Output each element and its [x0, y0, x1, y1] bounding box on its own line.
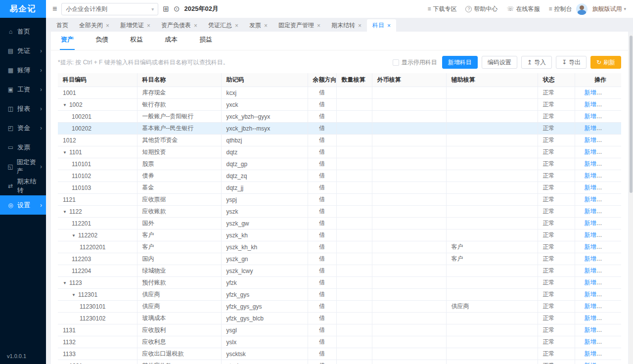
table-row[interactable]: 1001库存现金kcxj借正常新增编辑 — [58, 87, 621, 99]
edit-link[interactable]: 编辑 — [601, 125, 613, 132]
delete-link[interactable]: 删除 — [617, 255, 622, 262]
topbar-link-online-service[interactable]: ☏在线客服 — [506, 5, 540, 13]
table-row[interactable]: 112201国外yszk_gw借正常新增编辑删除 — [58, 218, 621, 229]
edit-link[interactable]: 编辑 — [601, 89, 613, 96]
edit-link[interactable]: 编辑 — [601, 267, 613, 274]
add-account-set-icon[interactable]: ⊞ — [163, 4, 169, 13]
vertical-scrollbar[interactable] — [629, 35, 633, 364]
table-row[interactable]: 1132应收利息yslx借正常新增编辑 — [58, 336, 621, 348]
add-child-link[interactable]: 新增 — [585, 125, 596, 132]
table-row[interactable]: 110101股票dqtz_gp借正常新增编辑 — [58, 158, 621, 170]
add-child-link[interactable]: 新增 — [585, 350, 596, 357]
delete-link[interactable]: 删除 — [617, 243, 622, 250]
edit-link[interactable]: 编辑 — [601, 243, 613, 250]
show-disabled-checkbox[interactable]: 显示停用科目 — [393, 58, 437, 67]
table-row[interactable]: 112204绿城物业yszk_lcwy借正常新增编辑删除 — [58, 265, 621, 277]
table-row[interactable]: 11230102玻璃成本yfzk_gys_blcb借正常新增编辑删除 — [58, 313, 621, 324]
sidebar-item-voucher[interactable]: ▤凭证› — [0, 41, 46, 60]
avatar[interactable] — [576, 3, 588, 15]
edit-link[interactable]: 编辑 — [601, 136, 613, 143]
subtab-profit-loss[interactable]: 损益 — [198, 35, 213, 50]
table-row[interactable]: ▼1123预付账款yfzk借正常新增编辑 — [58, 277, 621, 289]
table-row[interactable]: 11220201客户yszk_kh_kh借客户正常新增编辑删除 — [58, 241, 621, 253]
delete-link[interactable]: 删除 — [617, 291, 622, 298]
close-tab-icon[interactable]: × — [358, 23, 362, 29]
caret-down-icon[interactable]: ▼ — [63, 210, 67, 214]
topbar-link-help-center[interactable]: ?帮助中心 — [465, 5, 497, 13]
add-child-link[interactable]: 新增 — [585, 113, 596, 120]
delete-link[interactable]: 删除 — [617, 125, 622, 132]
collapse-menu-icon[interactable]: ≡ — [52, 4, 57, 13]
tab-close-all[interactable]: 全部关闭× — [74, 19, 115, 32]
add-child-link[interactable]: 新增 — [585, 243, 596, 250]
table-row[interactable]: ▼1002银行存款yxck借正常新增编辑 — [58, 99, 621, 111]
tab-subjects[interactable]: 科目× — [367, 19, 396, 32]
tab-voucher-summary[interactable]: 凭证汇总× — [203, 19, 244, 32]
tab-fixed-assets-mgmt[interactable]: 固定资产管理× — [273, 19, 326, 32]
tab-period-end-carryover[interactable]: 期末结转× — [326, 19, 367, 32]
table-row[interactable]: 11230101供应商yfzk_gys_gys借供应商正常新增编辑删除 — [58, 301, 621, 313]
edit-link[interactable]: 编辑 — [601, 184, 613, 191]
topbar-link-console[interactable]: ≡控制台 — [548, 5, 572, 13]
add-child-link[interactable]: 新增 — [585, 148, 596, 155]
current-period[interactable]: 2025年02月 — [184, 4, 219, 13]
sidebar-item-salary[interactable]: ▣工资› — [0, 80, 46, 99]
caret-down-icon[interactable]: ▼ — [72, 293, 76, 297]
table-row[interactable]: 100202基本账户--民生银行yxck_jbzh--msyx借正常新增编辑删除 — [58, 123, 621, 135]
period-target-icon[interactable]: ⊙ — [174, 4, 180, 13]
tab-new-voucher[interactable]: 新增凭证× — [115, 19, 156, 32]
add-child-link[interactable]: 新增 — [585, 279, 596, 286]
caret-down-icon[interactable]: ▼ — [72, 233, 76, 238]
edit-link[interactable]: 编辑 — [601, 362, 613, 364]
edit-link[interactable]: 编辑 — [601, 255, 613, 262]
table-row[interactable]: ▼1122应收账款yszk借正常新增编辑 — [58, 206, 621, 218]
table-row[interactable]: 1121应收票据yspj借正常新增编辑 — [58, 194, 621, 206]
edit-link[interactable]: 编辑 — [601, 326, 613, 333]
table-row[interactable]: ▼112202客户yszk_kh借正常新增编辑删除 — [58, 229, 621, 241]
table-row[interactable]: 1131应收股利ysgl借正常新增编辑 — [58, 324, 621, 336]
export-button[interactable]: ↧ 导出 — [556, 56, 587, 69]
delete-link[interactable]: 删除 — [617, 220, 622, 227]
add-child-link[interactable]: 新增 — [585, 315, 596, 321]
add-child-link[interactable]: 新增 — [585, 136, 596, 143]
delete-link[interactable]: 删除 — [617, 113, 622, 120]
caret-down-icon[interactable]: ▼ — [63, 281, 67, 285]
edit-link[interactable]: 编辑 — [601, 160, 613, 167]
add-child-link[interactable]: 新增 — [585, 231, 596, 238]
close-tab-icon[interactable]: × — [194, 23, 197, 29]
add-child-link[interactable]: 新增 — [585, 338, 596, 345]
tab-invoice[interactable]: 发票× — [244, 19, 273, 32]
close-tab-icon[interactable]: × — [147, 23, 150, 29]
edit-link[interactable]: 编辑 — [601, 148, 613, 155]
close-tab-icon[interactable]: × — [235, 23, 238, 29]
add-subject-button[interactable]: 新增科目 — [442, 56, 478, 69]
sidebar-item-settings[interactable]: ◎设置› — [0, 195, 46, 215]
close-tab-icon[interactable]: × — [264, 23, 268, 29]
edit-link[interactable]: 编辑 — [601, 172, 613, 179]
close-tab-icon[interactable]: × — [317, 23, 320, 29]
table-row[interactable]: 1012其他货币资金qthbzj借正常新增编辑 — [58, 135, 621, 146]
edit-link[interactable]: 编辑 — [601, 303, 613, 310]
add-child-link[interactable]: 新增 — [585, 255, 596, 262]
close-tab-icon[interactable]: × — [106, 23, 109, 29]
edit-link[interactable]: 编辑 — [601, 196, 613, 203]
close-tab-icon[interactable]: × — [387, 23, 391, 29]
tab-home[interactable]: 首页 — [51, 19, 74, 32]
edit-link[interactable]: 编辑 — [601, 220, 613, 227]
edit-link[interactable]: 编辑 — [601, 101, 613, 108]
add-child-link[interactable]: 新增 — [585, 303, 596, 310]
edit-link[interactable]: 编辑 — [601, 231, 613, 238]
code-settings-button[interactable]: 编码设置 — [482, 56, 517, 69]
sidebar-item-invoice[interactable]: ▭发票 — [0, 137, 46, 157]
add-child-link[interactable]: 新增 — [585, 267, 596, 274]
table-row[interactable]: 1133应收出口退税款yscktsk借正常新增编辑 — [58, 348, 621, 360]
delete-link[interactable]: 删除 — [617, 315, 622, 321]
sidebar-item-report[interactable]: ◫报表› — [0, 99, 46, 118]
edit-link[interactable]: 编辑 — [601, 113, 613, 120]
subtab-liability[interactable]: 负债 — [94, 35, 109, 50]
table-row[interactable]: ▼1221其他应收款qtysk借正常新增编辑 — [58, 360, 621, 364]
add-child-link[interactable]: 新增 — [585, 184, 596, 191]
checkbox-icon[interactable] — [393, 59, 399, 66]
caret-down-icon[interactable]: ▼ — [63, 103, 67, 107]
delete-link[interactable]: 删除 — [617, 231, 622, 238]
